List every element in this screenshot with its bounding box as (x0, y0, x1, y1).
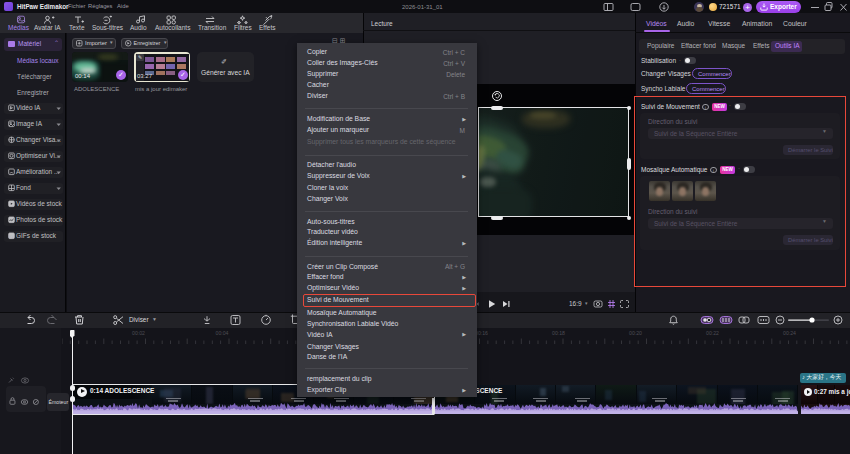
svg-text:G: G (9, 234, 12, 239)
